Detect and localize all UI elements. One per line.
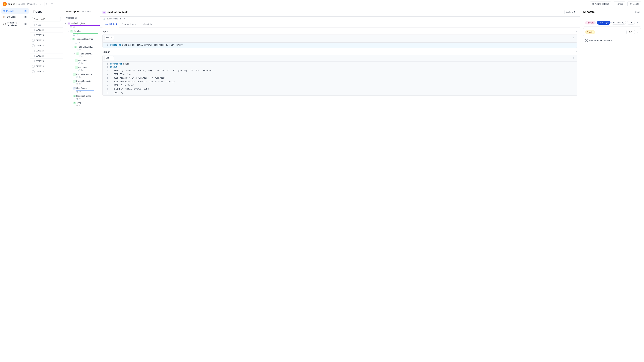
span-prompt-template[interactable]: ⬡ PromptTemplate 🕐 0s [63, 79, 100, 86]
span-chat-openai[interactable]: 💬 ChatOpenAI 🕐 1.5 [63, 86, 100, 94]
sidebar-item-datasets-left: 📋 Datasets [3, 15, 16, 18]
line-num: 9 [105, 92, 108, 94]
span-runnable-lambda[interactable]: ⬡ RunnableLambda 🕐 0s [63, 72, 100, 79]
tab-feedback-scores-label: Feedback scores [122, 23, 138, 25]
row-checkbox[interactable] [32, 70, 34, 73]
trace-date: 09/02/24 [36, 39, 44, 41]
clock-icon: 🕐 [76, 91, 78, 93]
span-toggle[interactable]: ▼ [71, 45, 74, 48]
output-collapse-button[interactable]: ∧ [576, 51, 578, 53]
span-strip[interactable]: ⬡ _strip 🕐 0s [63, 100, 100, 107]
add-to-dataset-button[interactable]: ⊞ Add to dataset [590, 1, 611, 6]
trace-date: 09/02/24 [36, 65, 44, 67]
row-checkbox[interactable] [32, 39, 34, 41]
span-bar-seq [75, 41, 98, 41]
tab-feedback-scores[interactable]: Feedback scores [119, 21, 140, 27]
span-toggle[interactable]: ▼ [69, 38, 72, 40]
tag-icon: 🏷 [120, 17, 122, 20]
span-runnable-l2[interactable]: ⬡ RunnableL... 🕐 0s [63, 65, 100, 72]
span-icon-l2: ⬡ [75, 66, 78, 69]
tab-metadata[interactable]: Metadata [140, 21, 154, 27]
code-line: 5 JOIN "Track" t ON g."GenreId" = t."Gen… [103, 77, 577, 80]
traces-search [30, 16, 63, 23]
share-icon: ↑ [615, 3, 616, 5]
breadcrumb: Personal › Projects › [16, 3, 37, 5]
output-format-selector[interactable]: YAML ∨ [104, 56, 114, 60]
table-row[interactable]: 09/02/24 [30, 27, 63, 33]
sidebar-item-projects[interactable]: ⊞ Projects 3 [1, 8, 29, 13]
expand-panel-button[interactable]: » [38, 2, 43, 6]
row-checkbox[interactable] [32, 34, 34, 36]
table-row[interactable]: 09/02/24 [30, 38, 63, 43]
spans-title-area: Trace spans 11 spans [66, 10, 90, 13]
span-time-l1: 🕐 0s [78, 62, 98, 64]
span-name-prompt: PromptTemplate [76, 80, 98, 82]
correct-button[interactable]: Correct (1) [597, 21, 610, 25]
traces-search-input[interactable] [32, 17, 61, 21]
quality-value[interactable]: 0.8 [626, 30, 635, 34]
detail-duration: 1.5 seconds [107, 17, 118, 20]
row-checkbox[interactable] [32, 29, 34, 31]
feedback-buttons-factual: Correct (1) Incorrect (0) Parti ✕ [597, 21, 639, 25]
span-toggle[interactable]: ▼ [64, 22, 67, 25]
span-name-chat: ChatOpenAI [76, 87, 98, 89]
row-checkbox[interactable] [32, 60, 34, 62]
clock-icon: 🕐 [77, 49, 79, 50]
span-runnable-assign[interactable]: ▼ ⬡ RunnableAssig... 🕐 0s [63, 44, 100, 51]
span-str-output[interactable]: ⬡ StrOutputParser 🕐 0s [63, 94, 100, 100]
table-row[interactable]: 09/02/24 [30, 59, 63, 64]
input-copy-button[interactable]: ⧉ [572, 36, 576, 40]
table-row[interactable]: 09/02/24 [30, 64, 63, 69]
row-checkbox[interactable] [32, 55, 34, 57]
tab-input-output[interactable]: Input/Output [102, 21, 119, 27]
share-button[interactable]: ↑ Share [613, 1, 626, 6]
span-toggle[interactable]: ▼ [73, 52, 76, 55]
table-row[interactable]: 09/02/24 [30, 43, 63, 48]
select-all-checkbox[interactable] [32, 24, 34, 26]
span-evaluation-task[interactable]: ▼ ◈ evaluation_task 🕐 1.5 [63, 21, 100, 29]
output-copy-button[interactable]: ⧉ [572, 56, 576, 60]
partial-button[interactable]: Parti [627, 21, 635, 25]
line-num: 5 [105, 77, 108, 79]
row-checkbox[interactable] [32, 50, 34, 52]
span-bar-evaluation [70, 25, 100, 26]
span-runnable-l1[interactable]: ⬡ RunnableL... 🕐 0s [63, 58, 100, 65]
collapse-all-button[interactable]: Collapse all [65, 16, 78, 20]
table-row[interactable]: 09/02/24 [30, 48, 63, 53]
quality-close-button[interactable]: ✕ [636, 30, 639, 34]
detail-header: ◈ evaluation_task ⧉ Copy ID [100, 8, 580, 16]
table-row[interactable]: 09/02/24 [30, 69, 63, 74]
breadcrumb-projects[interactable]: Projects [27, 3, 35, 5]
span-llm-chain[interactable]: ▼ ⬡ llm_chain 🕐 1.5 [63, 29, 100, 37]
sidebar-item-datasets[interactable]: 📋 Datasets 4 [1, 14, 29, 19]
span-name-l2: RunnableL... [78, 66, 98, 69]
span-name-llm: llm_chain [74, 30, 98, 32]
span-toggle[interactable]: ▼ [67, 30, 70, 32]
sidebar-item-projects-left: ⊞ Projects [3, 10, 14, 12]
input-collapse-button[interactable]: ∧ [576, 30, 578, 33]
table-row[interactable]: 09/02/24 [30, 33, 63, 38]
span-runnable-par[interactable]: ▼ ⬡ RunnablePar... 🕐 0s [63, 51, 100, 58]
row-checkbox[interactable] [32, 65, 34, 67]
incorrect-button[interactable]: Incorrect (0) [612, 21, 626, 25]
line-content: FROM "Genre" g [110, 73, 130, 76]
row-checkbox[interactable] [32, 44, 34, 47]
breadcrumb-sep-1: › [26, 3, 26, 5]
topbar-left: 🌟 comet Personal › Projects › » ∧ ∨ [3, 2, 54, 6]
input-format-selector[interactable]: YAML ∨ [104, 36, 114, 40]
delete-button[interactable]: 🗑 Delete [628, 1, 641, 6]
nav-up-button[interactable]: ∧ [44, 2, 49, 6]
span-time-llm: 🕐 1.5 [73, 34, 98, 36]
table-row[interactable]: 09/02/24 [30, 53, 63, 59]
add-feedback-definition-button[interactable]: + Add feedback definition [583, 38, 641, 43]
sidebar-item-feedback[interactable]: 💬 Feedback definitions 2 [1, 20, 29, 28]
nav-down-button[interactable]: ∨ [50, 2, 54, 6]
copy-id-button[interactable]: ⧉ Copy ID [564, 10, 578, 14]
breadcrumb-personal[interactable]: Personal [16, 3, 24, 5]
factual-close-button[interactable]: ✕ [636, 21, 639, 24]
trace-date: 09/02/24 [36, 60, 44, 62]
span-runnable-seq[interactable]: ▼ ⬡ RunnableSequence 🕐 1.5 [63, 37, 100, 44]
logo: 🌟 comet [3, 2, 14, 6]
add-tag-btn[interactable]: + [124, 17, 125, 20]
close-button[interactable]: Close [633, 10, 641, 14]
